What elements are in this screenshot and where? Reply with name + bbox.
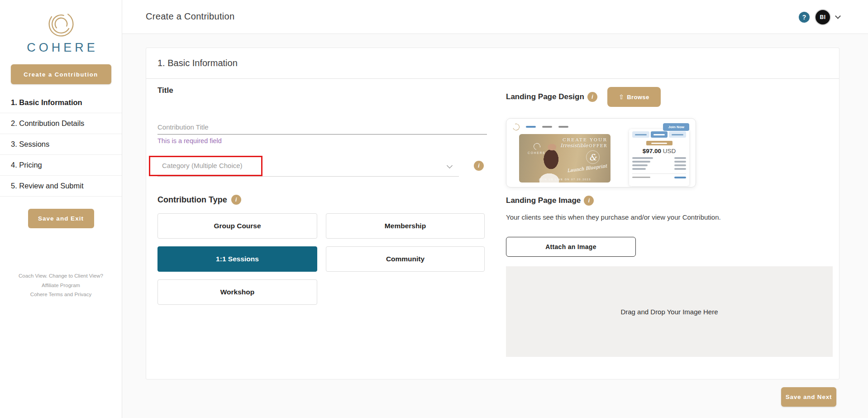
basic-information-card: 1. Basic Information Title This is a req… xyxy=(146,48,839,380)
contribution-title-input[interactable] xyxy=(157,122,487,135)
browse-button[interactable]: ⇧ Browse xyxy=(607,87,661,107)
chevron-down-icon[interactable] xyxy=(447,163,453,168)
sidebar-footer: Coach View. Change to Client View? Affil… xyxy=(0,271,122,299)
preview-watermark-logo: COHERE xyxy=(523,143,551,154)
sidebar: COHERE Create a Contribution 1. Basic In… xyxy=(0,0,122,418)
browse-button-label: Browse xyxy=(627,94,649,101)
attach-image-button[interactable]: Attach an Image xyxy=(506,237,636,257)
sidebar-item-review-submit[interactable]: 5. Review and Submit xyxy=(0,176,122,197)
category-select[interactable]: Category (Multiple Choice) xyxy=(157,155,459,177)
contribution-type-options: Group Course Membership 1:1 Sessions Com… xyxy=(157,213,485,305)
sidebar-item-basic-information[interactable]: 1. Basic Information xyxy=(0,92,122,113)
type-button-one-on-one-sessions[interactable]: 1:1 Sessions xyxy=(157,246,317,272)
landing-page-design-label: Landing Page Design xyxy=(506,92,584,101)
type-button-group-course[interactable]: Group Course xyxy=(157,213,317,239)
save-and-exit-button[interactable]: Save and Exit xyxy=(28,209,94,228)
preview-join-now-button: Join Now xyxy=(663,123,689,131)
wizard-steps-nav: 1. Basic Information 2. Contribution Det… xyxy=(0,92,122,197)
section-title: 1. Basic Information xyxy=(146,48,839,79)
preview-headline: CREATE YOUR IrresistibleOFFER xyxy=(560,137,607,149)
type-button-membership[interactable]: Membership xyxy=(326,213,485,239)
preview-script-caption: Launch Blueprint xyxy=(567,163,607,173)
preview-nav-links xyxy=(526,126,568,128)
type-button-workshop[interactable]: Workshop xyxy=(157,279,317,305)
link-terms-and-privacy[interactable]: Cohere Terms and Privacy xyxy=(0,290,122,299)
top-bar: Create a Contribution ? BI xyxy=(122,0,868,34)
cohere-logo: COHERE xyxy=(0,9,122,55)
brand-name: COHERE xyxy=(0,41,122,55)
category-placeholder: Category (Multiple Choice) xyxy=(162,155,243,177)
preview-ampersand-icon: & xyxy=(586,150,600,164)
preview-hero-photo: COHERE CREATE YOUR IrresistibleOFFER & L… xyxy=(519,134,610,183)
title-required-error: This is a required field xyxy=(157,137,487,144)
avatar[interactable]: BI xyxy=(815,9,831,25)
landing-page-image-label: Landing Page Image xyxy=(506,196,581,205)
type-button-community[interactable]: Community xyxy=(326,246,485,272)
preview-price-badge xyxy=(646,141,672,145)
landing-page-image-info-icon[interactable]: i xyxy=(584,196,594,206)
link-affiliate-program[interactable]: Affiliate Program xyxy=(0,281,122,290)
title-field: This is a required field xyxy=(157,122,487,144)
contribution-type-label: Contribution Type xyxy=(157,195,227,205)
sidebar-item-pricing[interactable]: 4. Pricing xyxy=(0,155,122,176)
landing-page-design-info-icon[interactable]: i xyxy=(587,92,597,102)
sidebar-item-contribution-details[interactable]: 2. Contribution Details xyxy=(0,113,122,134)
link-change-to-client-view[interactable]: Coach View. Change to Client View? xyxy=(0,271,122,281)
preview-pricing-footer xyxy=(632,177,686,178)
page-title: Create a Contribution xyxy=(146,11,234,22)
upload-icon: ⇧ xyxy=(619,93,624,101)
chevron-down-icon[interactable] xyxy=(835,13,841,19)
create-contribution-button[interactable]: Create a Contribution xyxy=(11,64,111,84)
preview-line-items xyxy=(632,157,686,170)
preview-pricing-panel: $97.00 USD xyxy=(629,129,689,186)
title-label: Title xyxy=(157,86,173,95)
dropzone-text: Drag and Drop Your Image Here xyxy=(620,308,718,316)
preview-price: $97.00 USD xyxy=(632,148,686,154)
category-info-icon[interactable]: i xyxy=(474,161,484,171)
help-icon[interactable]: ? xyxy=(799,12,810,23)
landing-page-image-caption: Your clients see this when they purchase… xyxy=(506,213,721,221)
landing-page-design-preview[interactable]: Join Now COHERE CREATE YOUR Irresistible… xyxy=(506,118,696,187)
save-and-next-button[interactable]: Save and Next xyxy=(781,387,836,407)
contribution-type-info-icon[interactable]: i xyxy=(231,195,241,205)
preview-nav-bar: Join Now xyxy=(506,119,696,135)
cohere-swirl-icon xyxy=(44,9,78,39)
image-dropzone[interactable]: Drag and Drop Your Image Here xyxy=(506,266,833,357)
preview-logo-icon xyxy=(512,122,521,131)
preview-banner-caption: JOIN US LIVE ON 07.20.2023 xyxy=(519,178,610,181)
sidebar-item-sessions[interactable]: 3. Sessions xyxy=(0,134,122,155)
